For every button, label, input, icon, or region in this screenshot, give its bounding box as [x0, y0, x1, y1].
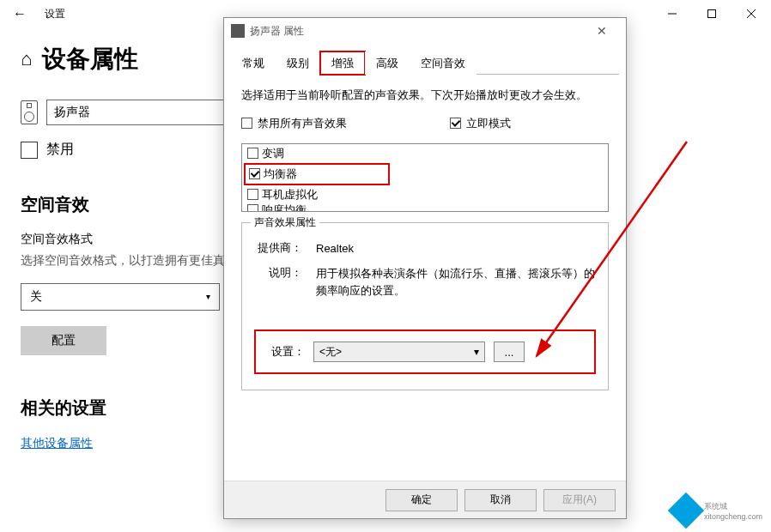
ok-button[interactable]: 确定 [386, 489, 458, 511]
dialog-button-row: 确定 取消 应用(A) [224, 481, 626, 518]
disable-all-effects-checkbox[interactable] [241, 118, 252, 129]
instruction-text: 选择适用于当前聆听配置的声音效果。下次开始播放时更改才会生效。 [241, 87, 609, 104]
tab-general[interactable]: 常规 [231, 51, 276, 75]
speaker-small-icon [231, 24, 245, 38]
svg-rect-1 [708, 10, 716, 18]
speaker-properties-dialog: 扬声器 属性 ✕ 常规 级别 增强 高级 空间音效 选择适用于当前聆听配置的声音… [223, 17, 627, 519]
maximize-button[interactable] [692, 0, 732, 27]
pitch-shift-label: 变调 [262, 146, 284, 161]
spatial-dropdown-value: 关 [30, 289, 42, 305]
provider-value: Realtek [316, 240, 596, 257]
tab-advanced[interactable]: 高级 [365, 51, 410, 75]
group-legend: 声音效果属性 [251, 215, 319, 230]
tab-strip: 常规 级别 增强 高级 空间音效 [231, 51, 619, 75]
loudness-eq-label: 响度均衡 [262, 203, 307, 212]
list-item: 变调 [247, 146, 603, 161]
tab-spatial[interactable]: 空间音效 [410, 51, 477, 75]
list-item: 耳机虚拟化 [247, 187, 603, 203]
minimize-button[interactable] [653, 0, 692, 27]
other-device-properties-link[interactable]: 其他设备属性 [21, 436, 93, 450]
tab-enhance[interactable]: 增强 [320, 51, 365, 75]
loudness-eq-checkbox[interactable] [247, 204, 258, 212]
headphone-virt-label: 耳机虚拟化 [262, 187, 318, 203]
tab-level[interactable]: 级别 [276, 51, 320, 75]
chevron-down-icon: ▾ [474, 346, 479, 358]
disable-label: 禁用 [46, 141, 74, 159]
device-name-input[interactable] [46, 100, 231, 125]
effect-properties-group: 声音效果属性 提供商： Realtek 说明： 用于模拟各种表演条件（如流行乐、… [241, 222, 609, 391]
immediate-mode-checkbox[interactable] [450, 118, 461, 129]
apply-button[interactable]: 应用(A) [543, 489, 616, 511]
pitch-shift-checkbox[interactable] [247, 148, 258, 159]
dialog-title: 扬声器 属性 [250, 24, 304, 39]
disable-checkbox[interactable] [21, 142, 38, 159]
dialog-close-button[interactable]: ✕ [585, 24, 619, 38]
desc-label: 说明： [254, 265, 302, 299]
list-item: 均衡器 [249, 166, 385, 182]
immediate-mode-label: 立即模式 [466, 116, 511, 131]
speaker-icon [21, 100, 38, 124]
watermark-icon [668, 493, 704, 529]
spatial-dropdown[interactable]: 关 ▾ [21, 283, 220, 311]
eq-preset-value: <无> [319, 345, 342, 360]
equalizer-checkbox[interactable] [249, 168, 260, 179]
equalizer-label: 均衡器 [264, 166, 297, 182]
page-title: 设备属性 [42, 43, 138, 76]
eq-preset-combo[interactable]: <无> ▾ [313, 342, 485, 362]
list-item: 响度均衡 [247, 203, 603, 212]
cancel-button[interactable]: 取消 [464, 489, 537, 511]
enhancements-listbox[interactable]: 变调 均衡器 耳机虚拟化 响度均衡 [241, 143, 609, 212]
window-caption: 设置 [45, 7, 65, 21]
configure-button[interactable]: 配置 [21, 326, 106, 355]
close-button[interactable] [732, 0, 771, 27]
chevron-down-icon: ▾ [206, 292, 210, 301]
eq-more-button[interactable]: ... [494, 342, 525, 362]
desc-value: 用于模拟各种表演条件（如流行乐、直播、摇滚乐等）的频率响应的设置。 [316, 265, 596, 299]
eq-settings-label: 设置： [271, 344, 305, 360]
watermark-text: 系统城 xitongcheng.com [704, 501, 762, 521]
equalizer-highlight: 均衡器 [244, 163, 390, 185]
disable-all-effects-label: 禁用所有声音效果 [258, 116, 347, 131]
dialog-titlebar: 扬声器 属性 ✕ [224, 18, 626, 44]
back-button[interactable]: ← [0, 6, 39, 21]
provider-label: 提供商： [254, 240, 302, 257]
watermark: 系统城 xitongcheng.com [673, 498, 762, 523]
home-icon: ⌂ [21, 48, 32, 70]
eq-settings-highlight: 设置： <无> ▾ ... [254, 329, 596, 374]
headphone-virt-checkbox[interactable] [247, 189, 258, 200]
